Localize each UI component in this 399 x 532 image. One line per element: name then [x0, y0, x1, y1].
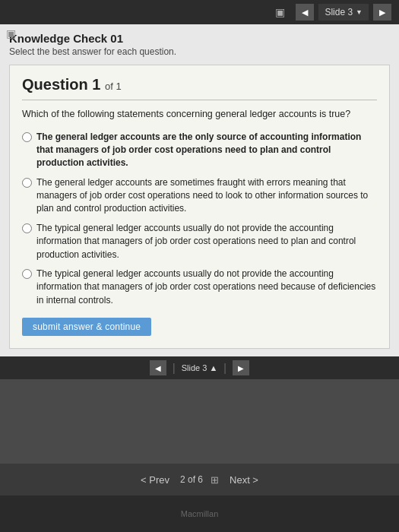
answer-option-1[interactable]: The general ledger accounts are the only…	[22, 131, 377, 170]
question-card: Question 1 of 1 Which of the following s…	[9, 65, 390, 349]
bottom-left-arrow-icon: ◀	[155, 364, 161, 372]
right-arrow-icon: ▶	[379, 8, 385, 17]
slide-label-text: Slide 3	[325, 7, 353, 17]
question-heading-text: Question 1	[22, 76, 100, 93]
radio-option-4[interactable]	[22, 269, 32, 279]
left-arrow-icon: ◀	[302, 8, 308, 17]
radio-option-2[interactable]	[22, 178, 32, 188]
option-3-text: The typical general ledger accounts usua…	[36, 222, 377, 261]
page-number-text: 2 of 6	[180, 474, 203, 485]
bottom-caret-icon: ▲	[209, 363, 217, 372]
slide-label[interactable]: Slide 3 ▼	[318, 4, 369, 21]
top-next-button[interactable]: ▶	[373, 4, 391, 21]
page-title: Knowledge Check 01	[9, 32, 390, 45]
submit-answer-button[interactable]: submit answer & continue	[22, 318, 151, 336]
page-info: 2 of 6 ⊞	[180, 474, 219, 486]
question-of-text: of 1	[105, 81, 122, 92]
answer-options-group: The general ledger accounts are the only…	[22, 131, 377, 308]
bottom-slide-navigation: ◀ | Slide 3 ▲ | ▶	[0, 356, 399, 379]
next-page-button[interactable]: Next >	[230, 474, 258, 486]
option-1-text: The general ledger accounts are the only…	[36, 131, 377, 170]
question-divider	[22, 100, 377, 100]
option-2-text: The general ledger accounts are sometime…	[36, 176, 377, 216]
top-navigation: ▣ ◀ Slide 3 ▼ ▶	[0, 0, 399, 24]
bottom-right-arrow-icon: ▶	[238, 364, 244, 372]
option-4-text: The typical general ledger accounts usua…	[36, 268, 377, 307]
footer-navigation: < Prev 2 of 6 ⊞ Next >	[0, 464, 399, 496]
prev-page-button[interactable]: < Prev	[141, 474, 169, 486]
page-subtitle: Select the best answer for each question…	[9, 46, 390, 57]
bottom-prev-button[interactable]: ◀	[150, 360, 166, 375]
sidebar-doc-icon: ▣	[6, 27, 16, 40]
caret-icon: ▼	[356, 8, 363, 16]
answer-option-4[interactable]: The typical general ledger accounts usua…	[22, 268, 377, 307]
bottom-slide-label[interactable]: Slide 3 ▲	[182, 363, 218, 372]
radio-option-3[interactable]	[22, 223, 32, 233]
radio-option-1[interactable]	[22, 132, 32, 142]
bottom-slide-label-text: Slide 3	[182, 363, 207, 372]
question-text: Which of the following statements concer…	[22, 108, 377, 122]
bottom-bar: Macmillan	[0, 496, 399, 532]
answer-option-2[interactable]: The general ledger accounts are sometime…	[22, 176, 377, 216]
top-prev-button[interactable]: ◀	[296, 4, 314, 21]
separator: |	[173, 362, 176, 374]
document-icon: ▣	[275, 6, 285, 18]
bottom-bar-text: Macmillan	[181, 509, 219, 518]
answer-option-3[interactable]: The typical general ledger accounts usua…	[22, 222, 377, 261]
separator-2: |	[223, 362, 226, 374]
question-heading: Question 1 of 1	[22, 76, 377, 93]
main-content-area: Knowledge Check 01 Select the best answe…	[0, 24, 399, 356]
grid-icon[interactable]: ⊞	[211, 474, 219, 486]
bottom-next-button[interactable]: ▶	[233, 360, 249, 375]
